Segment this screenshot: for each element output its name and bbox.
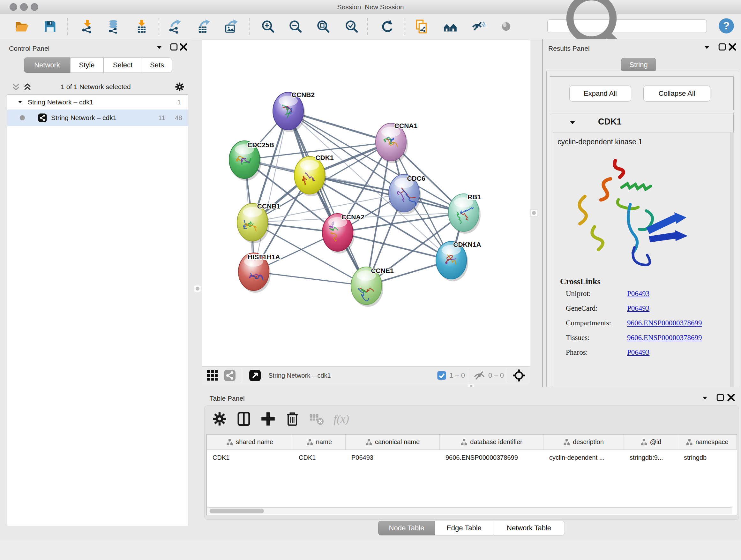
column-header-database-identifier[interactable]: database identifier: [440, 435, 543, 449]
export-image-icon[interactable]: [222, 17, 240, 36]
control-panel-float-button[interactable]: [154, 43, 164, 52]
crosslink-link[interactable]: 9606.ENSP00000378699: [627, 319, 702, 327]
table-panel-close-button[interactable]: [726, 393, 736, 403]
node-label: CDKN1A: [453, 241, 481, 248]
network-node-ccna2[interactable]: CCNA2: [322, 213, 364, 253]
network-options-gear-icon[interactable]: [174, 81, 185, 92]
crosslink-link[interactable]: 9606.ENSP00000378699: [627, 334, 702, 341]
show-columns-icon[interactable]: [235, 411, 252, 427]
results-splitter[interactable]: [542, 39, 543, 387]
copy-network-icon[interactable]: [413, 17, 431, 36]
collection-expander-icon[interactable]: [18, 101, 22, 104]
network-node-cdkn1a[interactable]: CDKN1A: [436, 241, 481, 281]
network-canvas[interactable]: CCNB2CCNA1CDC25BCDK1CDC6RB1CCNB1CCNA2CDK…: [202, 40, 530, 366]
results-scrollbar[interactable]: [731, 132, 734, 400]
network-node-ccne1[interactable]: CCNE1: [351, 267, 394, 307]
zoom-fit-icon[interactable]: [314, 17, 332, 36]
results-panel-maximize-button[interactable]: [718, 43, 727, 52]
tab-select[interactable]: Select: [104, 57, 142, 73]
show-all-icon[interactable]: [441, 17, 459, 36]
tab-style[interactable]: Style: [70, 57, 104, 73]
birds-eye-view-icon[interactable]: [249, 369, 261, 382]
network-collection-row[interactable]: String Network – cdk1 1: [7, 95, 188, 110]
export-network-icon[interactable]: [166, 17, 184, 36]
column-header--id[interactable]: @id: [624, 435, 678, 449]
tab-network-table[interactable]: Network Table: [493, 521, 565, 536]
crosslink-value: 9606.ENSP00000378699: [627, 334, 702, 342]
network-node-rb1[interactable]: RB1: [448, 193, 481, 234]
network-edge[interactable]: [288, 111, 366, 286]
status-bar: Memory: [0, 539, 741, 560]
fit-selected-crosshair-icon[interactable]: [513, 369, 525, 382]
table-cell[interactable]: P06493: [346, 450, 440, 465]
import-network-icon[interactable]: [78, 17, 96, 36]
zoom-in-icon[interactable]: [259, 17, 277, 36]
column-header-name[interactable]: name: [293, 435, 346, 449]
toolbar-separator: [405, 18, 405, 35]
tab-node-table[interactable]: Node Table: [378, 521, 435, 536]
table-horizontal-scrollbar[interactable]: [207, 507, 732, 515]
gene-expander-icon[interactable]: [570, 121, 575, 124]
right-splitter-handle[interactable]: [530, 209, 537, 216]
import-table-icon[interactable]: [133, 17, 151, 36]
table-cell[interactable]: cyclin-dependent ...: [543, 450, 624, 465]
results-panel-close-button[interactable]: [728, 43, 737, 52]
network-label: String Network – cdk1: [51, 114, 117, 122]
table-cell[interactable]: CDK1: [293, 450, 346, 465]
selected-counts: 1 – 0: [449, 371, 465, 380]
node-label: CDK1: [315, 154, 333, 161]
refresh-icon[interactable]: [378, 17, 396, 36]
crosslink-label: Pharos:: [566, 348, 588, 357]
table-cell[interactable]: stringdb: [678, 450, 737, 465]
results-panel-float-button[interactable]: [702, 43, 712, 52]
grid-view-icon[interactable]: [206, 369, 219, 382]
network-status-dot: [20, 115, 25, 120]
network-share-icon[interactable]: [223, 369, 236, 382]
control-panel-maximize-button[interactable]: [169, 43, 179, 52]
zoom-selected-icon[interactable]: [343, 17, 360, 36]
table-cell[interactable]: 9606.ENSP00000378699: [440, 450, 543, 465]
column-header-canonical-name[interactable]: canonical name: [346, 435, 440, 449]
network-row[interactable]: String Network – cdk1 11 48: [7, 110, 188, 126]
save-icon[interactable]: [41, 17, 59, 36]
left-splitter-handle[interactable]: [194, 285, 201, 292]
network-node-cdk1[interactable]: CDK1: [294, 154, 334, 196]
column-type-icon: [563, 439, 570, 446]
column-header-namespace[interactable]: namespace: [678, 435, 737, 449]
table-panel-maximize-button[interactable]: [716, 393, 725, 403]
zoom-out-icon[interactable]: [286, 17, 305, 36]
column-header-description[interactable]: description: [543, 435, 624, 449]
network-node-hist1h1a[interactable]: HIST1H1A: [239, 253, 280, 293]
search-input[interactable]: [547, 19, 707, 33]
table-panel-float-button[interactable]: [700, 393, 710, 403]
eye-icon[interactable]: [497, 17, 515, 36]
open-folder-icon[interactable]: [13, 17, 30, 36]
network-edge-count: 48: [175, 114, 182, 122]
control-panel-close-button[interactable]: [179, 43, 188, 52]
selected-checkbox-icon[interactable]: [436, 370, 447, 381]
gene-detail-box: cyclin-dependent kinase 1: [553, 132, 731, 400]
add-column-icon[interactable]: [260, 411, 276, 427]
crosslink-link[interactable]: P06493: [627, 304, 650, 312]
table-cell[interactable]: CDK1: [207, 450, 293, 465]
import-database-icon[interactable]: [105, 17, 122, 36]
collapse-all-button[interactable]: Collapse All: [643, 85, 711, 102]
delete-column-icon[interactable]: [284, 411, 300, 427]
network-node-ccna1[interactable]: CCNA1: [376, 122, 417, 163]
tab-sets[interactable]: Sets: [142, 57, 172, 73]
export-table-icon[interactable]: [194, 17, 212, 36]
table-row[interactable]: CDK1CDK1P064939606.ENSP00000378699cyclin…: [207, 450, 737, 465]
tab-edge-table[interactable]: Edge Table: [435, 521, 493, 536]
help-button[interactable]: ?: [718, 17, 735, 36]
network-tree: String Network – cdk1 1 String Network –…: [7, 95, 188, 526]
table-cell[interactable]: stringdb:9...: [624, 450, 678, 465]
column-header-shared-name[interactable]: shared name: [207, 435, 293, 449]
crosslink-link[interactable]: P06493: [627, 348, 650, 356]
tab-string[interactable]: String: [621, 58, 656, 72]
network-edge[interactable]: [254, 111, 288, 272]
expand-all-button[interactable]: Expand All: [569, 85, 631, 102]
crosslink-link[interactable]: P06493: [627, 290, 650, 298]
tab-network[interactable]: Network: [24, 57, 70, 73]
table-settings-gear-icon[interactable]: [211, 411, 228, 427]
hide-selected-icon[interactable]: [469, 17, 487, 36]
